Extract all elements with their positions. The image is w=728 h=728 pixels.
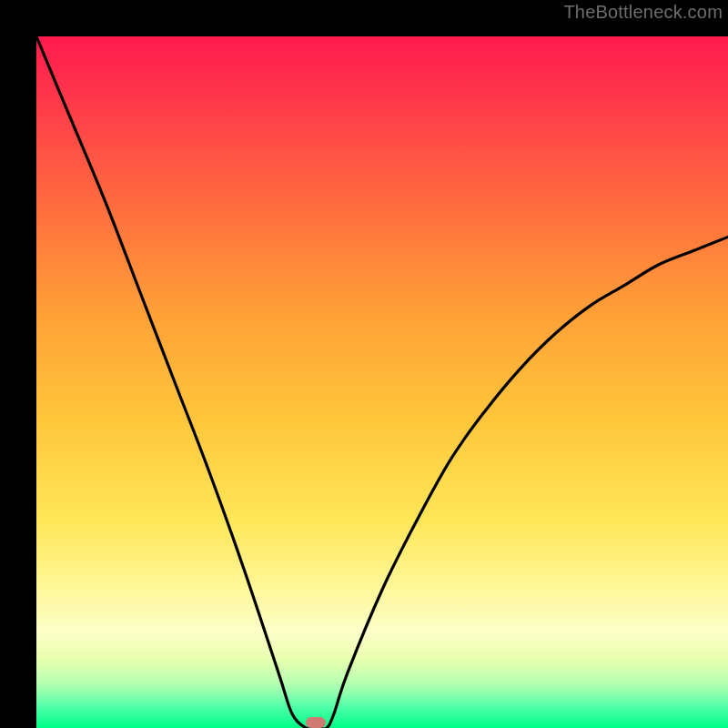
chart-frame [18,18,710,710]
plot-area [36,36,728,728]
optimal-marker [306,717,326,728]
watermark: TheBottleneck.com [563,2,723,23]
bottleneck-curve [36,36,728,728]
